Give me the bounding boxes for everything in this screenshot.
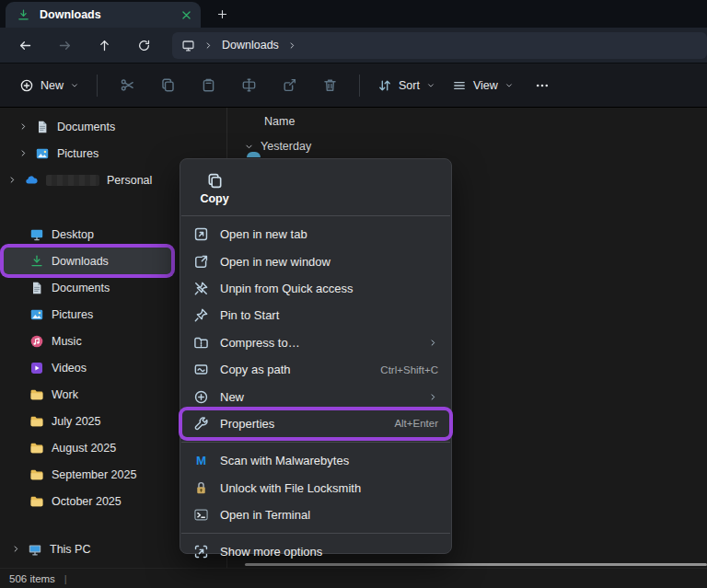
sidebar-item-july-2025[interactable]: July 2025	[4, 408, 171, 434]
up-button[interactable]	[88, 31, 120, 59]
chevron-right-icon[interactable]	[287, 40, 297, 51]
open-new-tab-icon	[193, 226, 209, 242]
copy-button[interactable]	[147, 71, 188, 100]
folder-icon	[29, 414, 44, 429]
chevron-right-icon	[18, 148, 29, 158]
sidebar-item-label: October 2025	[52, 495, 122, 508]
sort-button[interactable]: Sort	[369, 71, 444, 100]
command-toolbar: New Sort View	[0, 63, 707, 108]
menu-item-label: Open in new window	[220, 255, 438, 269]
sidebar-item-label: July 2025	[52, 415, 101, 428]
sidebar-item-documents[interactable]: Documents	[4, 113, 171, 140]
copy-action-button[interactable]: Copy	[188, 168, 241, 211]
column-header-name[interactable]: Name	[264, 115, 707, 128]
sidebar-item-desktop[interactable]: Desktop	[4, 221, 171, 248]
refresh-button[interactable]	[128, 31, 159, 59]
menu-item-pin-to-start[interactable]: Pin to Start	[180, 302, 451, 329]
share-button[interactable]	[269, 71, 309, 100]
menu-item-open-in-new-tab[interactable]: Open in new tab	[180, 221, 451, 248]
sidebar-item-september-2025[interactable]: September 2025	[4, 461, 171, 488]
redacted-account-name	[46, 175, 99, 186]
documents-icon	[35, 120, 50, 134]
sidebar-item-august-2025[interactable]: August 2025	[4, 434, 171, 461]
pictures-icon	[35, 146, 50, 161]
window-tab[interactable]: Downloads	[6, 2, 201, 28]
menu-item-copy-as-path[interactable]: Copy as pathCtrl+Shift+C	[180, 356, 451, 383]
view-icon	[452, 78, 467, 93]
menu-item-show-more-options[interactable]: Show more options	[180, 538, 451, 565]
group-header-yesterday[interactable]: Yesterday	[244, 140, 707, 153]
sidebar-item-label: August 2025	[52, 442, 116, 455]
chevron-right-icon	[428, 338, 438, 348]
sidebar-item-pictures[interactable]: Pictures	[4, 140, 171, 167]
menu-item-open-in-terminal[interactable]: Open in Terminal	[180, 502, 451, 528]
menu-item-label: Open in Terminal	[220, 508, 438, 522]
more-options-button[interactable]	[522, 71, 562, 100]
sidebar-item-downloads[interactable]: Downloads	[4, 248, 171, 274]
copy-path-icon	[193, 362, 209, 377]
sidebar-item-label: Music	[52, 335, 82, 348]
sidebar-item-work[interactable]: Work	[4, 381, 171, 408]
menu-item-label: Show more options	[220, 545, 438, 559]
plus-icon	[216, 8, 228, 20]
sidebar-item-october-2025[interactable]: October 2025	[4, 488, 171, 514]
menu-shortcut: Ctrl+Shift+C	[380, 364, 438, 375]
chevron-right-icon	[428, 392, 438, 402]
sidebar-item-pictures[interactable]: Pictures	[4, 301, 171, 328]
back-button[interactable]	[9, 31, 41, 59]
close-icon[interactable]	[180, 8, 193, 22]
menu-item-scan-with-malwarebytes[interactable]: MScan with Malwarebytes	[180, 447, 451, 474]
delete-icon	[322, 77, 338, 93]
status-divider: |	[64, 573, 67, 584]
menu-item-new[interactable]: New	[180, 383, 451, 409]
view-button[interactable]: View	[444, 71, 522, 100]
chevron-right-icon	[18, 121, 29, 132]
sidebar-item-videos[interactable]: Videos	[4, 354, 171, 381]
menu-item-compress-to[interactable]: Compress to…	[180, 329, 451, 356]
monitor-icon	[181, 39, 195, 52]
share-icon	[282, 77, 297, 93]
rename-icon	[241, 77, 257, 93]
folder-icon	[29, 467, 44, 482]
toolbar-divider	[97, 75, 98, 97]
menu-separator	[181, 215, 450, 216]
menu-item-label: Unlock with File Locksmith	[220, 481, 438, 495]
menu-item-properties[interactable]: PropertiesAlt+Enter	[182, 410, 449, 437]
sidebar-item-music[interactable]: Music	[4, 328, 171, 354]
menu-item-label: Compress to…	[220, 336, 417, 350]
new-item-icon	[193, 389, 209, 405]
more-icon	[535, 78, 550, 93]
malwarebytes-icon: M	[193, 453, 209, 468]
forward-button[interactable]	[49, 31, 80, 59]
sidebar-item-label: Videos	[52, 362, 87, 375]
chevron-right-icon	[11, 544, 21, 554]
paste-button[interactable]	[188, 71, 228, 100]
cut-button[interactable]	[107, 71, 147, 100]
sidebar-item-this-pc[interactable]: This PC	[4, 536, 171, 562]
up-icon	[98, 39, 111, 52]
menu-shortcut: Alt+Enter	[394, 418, 438, 429]
new-button[interactable]: New	[11, 71, 87, 100]
menu-item-label: Open in new tab	[220, 227, 438, 241]
delete-button[interactable]	[309, 71, 350, 100]
menu-item-label: Unpin from Quick access	[220, 282, 438, 295]
item-count: 506 items	[9, 573, 55, 584]
chevron-down-icon	[244, 142, 254, 152]
new-tab-button[interactable]	[210, 3, 234, 25]
sidebar-item-label: September 2025	[52, 468, 136, 481]
thispc-icon	[28, 542, 42, 557]
address-bar[interactable]: Downloads	[172, 32, 707, 59]
rename-button[interactable]	[228, 71, 269, 100]
forward-icon	[58, 39, 72, 52]
breadcrumb-item-downloads[interactable]: Downloads	[222, 39, 279, 52]
desktop-icon	[29, 227, 44, 242]
cut-icon	[120, 77, 135, 93]
menu-item-open-in-new-window[interactable]: Open in new window	[180, 248, 451, 274]
sidebar-item-personal[interactable]: Personal	[4, 167, 171, 193]
partial-file-icon	[247, 152, 261, 157]
menu-item-unlock-with-file-locksmith[interactable]: Unlock with File Locksmith	[180, 475, 451, 502]
sidebar-item-documents[interactable]: Documents	[4, 274, 171, 301]
menu-item-unpin-from-quick-access[interactable]: Unpin from Quick access	[180, 275, 451, 302]
menu-item-label: Pin to Start	[220, 308, 438, 322]
tab-title: Downloads	[40, 8, 170, 21]
